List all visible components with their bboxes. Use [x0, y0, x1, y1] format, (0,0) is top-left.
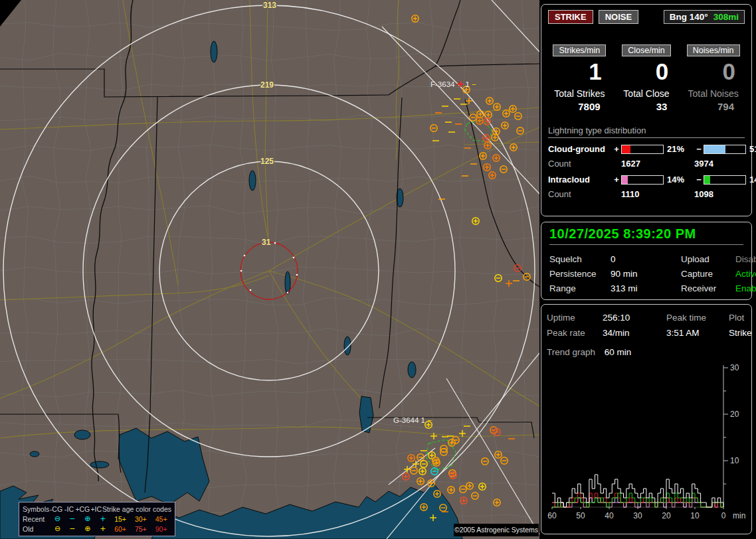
cg-minus-bar [704, 145, 746, 154]
trend-x-unit: min [733, 511, 745, 520]
trend-x-tick: 60 [547, 511, 557, 520]
peak-rate-label: Peak rate [547, 328, 603, 338]
lightning-distribution: Lightning type distribution Cloud-ground… [548, 125, 745, 199]
noise-button[interactable]: NOISE [599, 10, 638, 24]
ic-minus-bar [704, 175, 746, 185]
trend-x-tick: 10 [690, 511, 700, 520]
plot-label: Plot [729, 313, 752, 323]
noises-per-min-badge: Noises/min [687, 44, 740, 56]
cloud-ground-label: Cloud-ground [548, 144, 612, 154]
old-ic-neg-icon: − [65, 524, 79, 533]
copyright: ©2005 Astrogenic Systems [454, 524, 539, 536]
upload-label: Upload [681, 254, 735, 264]
trend-axes [552, 365, 728, 509]
legend-col-cg-neg: -CG [49, 505, 62, 513]
legend-age-title: Strike age color codes [102, 505, 171, 513]
squelch-value: 0 [611, 254, 681, 264]
legend-recent-label: Recent [23, 515, 50, 523]
recent-cg-neg-icon: ⊖ [50, 514, 65, 523]
cg-minus-count: 3974 [694, 159, 745, 169]
peak-time-value: 3:51 AM [666, 328, 729, 338]
uptime-label: Uptime [547, 313, 603, 323]
trend-graph-label: Trend graph [547, 347, 595, 357]
age-75: 75+ [130, 525, 151, 533]
cloud-ground-count-row: Count 1627 3974 [548, 159, 745, 169]
total-close-value: 33 [615, 101, 678, 112]
trend-y-tick: 30 [730, 363, 739, 372]
strikes-column: Strikes/min 1 Total Strikes 7809 [548, 44, 611, 112]
plus-sign: + [612, 175, 621, 185]
capture-status: Active [735, 269, 756, 279]
distribution-title: Lightning type distribution [548, 125, 745, 138]
total-noises-label: Total Noises [682, 88, 745, 99]
strike-button[interactable]: STRIKE [548, 10, 593, 24]
old-ic-pos-icon: + [96, 524, 110, 533]
recent-cg-pos-icon: ⊕ [79, 514, 96, 523]
status-panel: 10/27/2025 8:39:20 PM Squelch 0 Upload D… [541, 222, 752, 300]
age-15: 15+ [110, 515, 131, 523]
age-30: 30+ [130, 515, 151, 523]
trend-x-tick: 40 [605, 511, 614, 520]
total-noises-value: 794 [682, 101, 745, 112]
trend-x-tick: 50 [576, 511, 585, 520]
trend-graph-chart: 1020306050403020100min [547, 360, 747, 531]
range-value: 313 mi [611, 283, 681, 293]
legend-col-ic-pos: +IC [90, 505, 102, 513]
side-panels: STRIKE NOISE Bng 140°308mi Strikes/min 1… [539, 0, 756, 539]
session-panel: Uptime 256:10 Peak time Plot Peak rate 3… [541, 304, 752, 534]
total-strikes-label: Total Strikes [548, 88, 611, 99]
bearing-readout: Bng 140°308mi [664, 10, 745, 24]
legend-symbols-header: Symbols [23, 505, 49, 513]
trend-y-tick: 20 [730, 410, 739, 419]
plot-mode-value: Strike [729, 328, 752, 338]
range-ring-label: 31 [262, 238, 271, 247]
ic-minus-pct: 14% [746, 175, 756, 185]
storm-cell-label: F-3634 ✚ 1 − [430, 80, 476, 88]
cg-minus-pct: 51% [746, 144, 756, 154]
intracloud-row: Intracloud + 14% − 14% [548, 175, 745, 185]
close-per-min-value: 0 [615, 59, 678, 84]
close-per-min-badge: Close/min [622, 44, 671, 56]
cg-plus-count: 1627 [621, 159, 694, 169]
age-90: 90+ [151, 525, 171, 533]
age-60: 60+ [110, 525, 131, 533]
intracloud-label: Intracloud [548, 175, 612, 185]
strikes-per-min-value: 1 [548, 59, 611, 84]
strike-stats-panel: STRIKE NOISE Bng 140°308mi Strikes/min 1… [541, 4, 752, 216]
receiver-label: Receiver [681, 283, 735, 293]
uptime-value: 256:10 [603, 313, 666, 323]
ic-plus-pct: 14% [664, 175, 694, 185]
range-ring-label: 313 [263, 1, 276, 10]
datetime-display: 10/27/2025 8:39:20 PM [549, 226, 743, 245]
close-column: Close/min 0 Total Close 33 [615, 44, 678, 112]
capture-label: Capture [681, 269, 735, 279]
ic-count-label: Count [548, 189, 612, 199]
legend-col-ic-neg: -IC [63, 505, 76, 513]
persistence-label: Persistence [549, 269, 611, 279]
cloud-ground-row: Cloud-ground + 21% − 51% [548, 144, 745, 154]
total-close-label: Total Close [615, 88, 678, 99]
peak-rate-value: 34/min [603, 328, 666, 338]
cg-count-label: Count [548, 159, 612, 169]
receiver-status: Enabled [735, 283, 756, 293]
peak-time-label: Peak time [666, 313, 729, 323]
lightning-map[interactable]: 31321912531F-3634 ✚ 1 −G-3644 1 − [0, 0, 539, 539]
minus-sign: − [694, 144, 704, 154]
plus-sign: + [612, 144, 621, 154]
legend-col-cg-pos: +CG [75, 505, 90, 513]
recent-ic-neg-icon: − [65, 514, 79, 523]
map-canvas[interactable]: 31321912531F-3634 ✚ 1 −G-3644 1 − Symbol… [0, 0, 539, 539]
old-cg-pos-icon: ⊕ [79, 524, 96, 533]
persistence-value: 90 min [611, 269, 681, 279]
trend-window-value: 60 min [605, 347, 632, 357]
bearing-range: 308mi [713, 12, 739, 22]
strikes-per-min-badge: Strikes/min [553, 44, 606, 56]
trend-x-tick: 0 [721, 511, 726, 520]
cg-plus-pct: 21% [664, 144, 694, 154]
storm-cell-label: G-3644 1 − [393, 416, 432, 424]
ic-plus-count: 1110 [621, 189, 694, 199]
trend-x-tick: 20 [662, 511, 671, 520]
trend-y-tick: 10 [730, 456, 739, 465]
range-label: Range [549, 283, 611, 293]
total-strikes-value: 7809 [548, 101, 611, 112]
